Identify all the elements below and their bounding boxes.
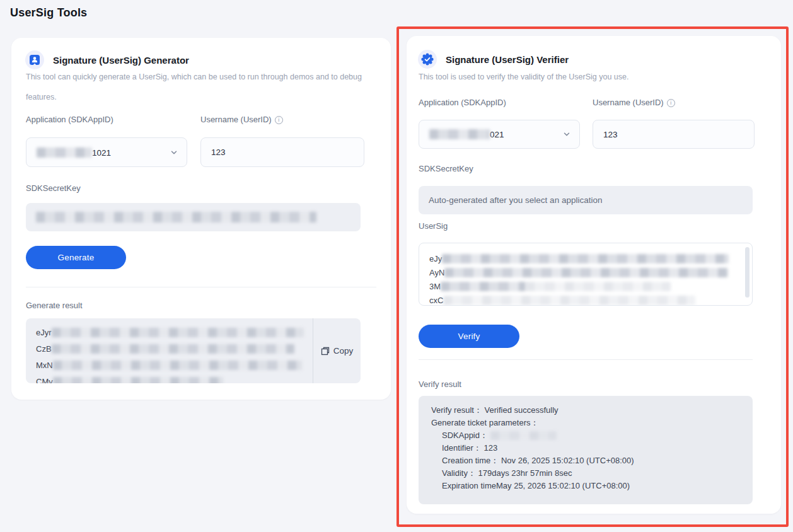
verify-result-line: Verify result： Verified successfully — [431, 404, 740, 417]
verifier-app-label: Application (SDKAppID) — [419, 98, 506, 108]
verifier-secretkey-field: Auto-generated after you select an appli… — [419, 186, 753, 214]
copy-button[interactable]: Copy — [313, 318, 361, 383]
usersig-line: cxC — [429, 294, 743, 306]
verifier-title: Signature (UserSig) Verifier — [446, 54, 569, 65]
generator-username-field[interactable]: 123 — [200, 137, 364, 167]
scrollbar-thumb[interactable] — [745, 247, 750, 298]
verifier-description: This tool is used to verify the validity… — [419, 72, 629, 82]
verify-result-line: Identifier： 123 — [431, 442, 740, 454]
generate-result-text: eJyr CzB MxN CMv — [26, 318, 313, 383]
verify-result-line: SDKAppid： — [431, 429, 740, 442]
verifier-secret-label: SDKSecretKey — [419, 164, 473, 174]
usersig-line: 3M — [429, 280, 743, 294]
username-value: 123 — [211, 147, 226, 157]
result-line: MxN — [36, 357, 313, 374]
usersig-line: AyN — [429, 266, 743, 280]
generator-app-label: Application (SDKAppID) — [26, 115, 113, 125]
verifier-username-field[interactable]: 123 — [593, 120, 755, 149]
copy-icon — [321, 347, 330, 356]
redacted-app-id — [429, 129, 490, 139]
username-value: 123 — [603, 130, 618, 139]
generator-secretkey-field — [26, 203, 361, 231]
verify-result-line: Generate ticket parameters： — [431, 417, 740, 429]
result-line: CMv — [36, 374, 313, 383]
verifier-application-select[interactable]: 021 — [419, 120, 580, 149]
verifier-header: Signature (UserSig) Verifier — [418, 50, 569, 69]
generate-button[interactable]: Generate — [26, 246, 126, 269]
redacted-secret-key — [36, 212, 316, 223]
chevron-down-icon — [170, 149, 178, 156]
page-title: UserSig Tools — [10, 6, 87, 20]
secretkey-placeholder: Auto-generated after you select an appli… — [429, 195, 602, 205]
generator-title: Signature (UserSig) Generator — [53, 55, 189, 66]
app-id-suffix: 021 — [490, 130, 504, 139]
usersig-line: eJy — [429, 252, 743, 266]
generator-secret-label: SDKSecretKey — [26, 183, 81, 194]
copy-label: Copy — [333, 346, 354, 356]
divider — [26, 287, 376, 287]
verifier-badge-icon — [418, 50, 437, 69]
verify-result-line: Creation time： Nov 26, 2025 15:02:10 (UT… — [431, 454, 740, 467]
result-line: CzB — [36, 341, 313, 357]
generator-description: This tool can quickly generate a UserSig… — [26, 67, 371, 107]
verify-result-line: Validity： 179days 23hr 57min 8sec — [431, 467, 740, 480]
verify-button[interactable]: Verify — [419, 325, 519, 348]
generator-application-select[interactable]: 1021 — [26, 137, 187, 167]
verify-result-box: Verify result： Verified successfully Gen… — [419, 396, 753, 504]
usersig-textarea[interactable]: eJy AyN 3M cxC — [419, 243, 753, 306]
info-icon[interactable]: i — [667, 99, 675, 107]
verify-result-line: Expiration timeMay 25, 2026 15:02:10 (UT… — [431, 480, 740, 492]
app-id-suffix: 1021 — [92, 148, 111, 158]
info-icon[interactable]: i — [275, 116, 283, 124]
verify-result-label: Verify result — [419, 379, 461, 390]
redacted-sdkappid — [490, 431, 557, 440]
divider — [419, 359, 753, 360]
chevron-down-icon — [563, 130, 570, 138]
redacted-app-id — [37, 147, 92, 158]
result-line: eJyr — [36, 325, 313, 341]
generator-user-label: Username (UserID) i — [200, 115, 283, 125]
verifier-card: Signature (UserSig) Verifier This tool i… — [407, 36, 781, 514]
generator-card: Signature (UserSig) Generator This tool … — [11, 38, 391, 400]
generate-result-label: Generate result — [26, 301, 83, 311]
usersig-label: UserSig — [419, 221, 448, 231]
verifier-user-label: Username (UserID) i — [593, 98, 675, 108]
generate-result-box: eJyr CzB MxN CMv Copy — [26, 318, 361, 383]
